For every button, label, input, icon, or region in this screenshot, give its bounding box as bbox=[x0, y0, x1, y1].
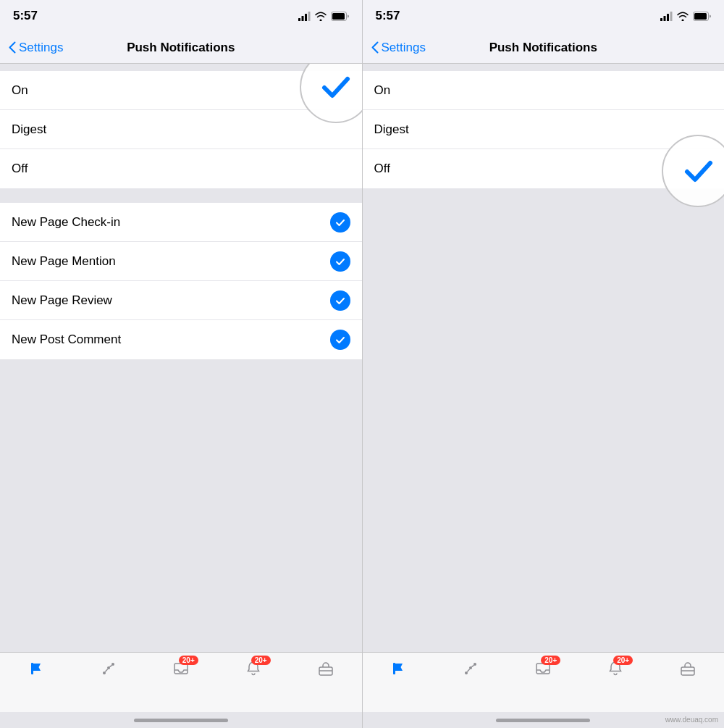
watermark: www.deuaq.com bbox=[665, 716, 718, 724]
notif-review-check bbox=[330, 290, 350, 311]
nav-bar-left: Settings Push Notifications bbox=[0, 32, 362, 64]
battery-icon-left bbox=[331, 12, 349, 21]
inbox-badge-left: 20+ bbox=[179, 656, 198, 665]
graph-icon-right bbox=[460, 658, 481, 679]
option-digest-right[interactable]: Digest bbox=[363, 110, 725, 149]
notif-checkin-label: New Page Check-in bbox=[12, 215, 330, 230]
bell-icon-left: 20+ bbox=[243, 658, 264, 679]
option-off-left[interactable]: Off bbox=[0, 149, 362, 188]
svg-line-10 bbox=[105, 669, 107, 672]
status-icons-right bbox=[660, 12, 711, 21]
svg-line-26 bbox=[472, 665, 474, 666]
svg-rect-15 bbox=[660, 18, 662, 21]
notif-comment-left[interactable]: New Post Comment bbox=[0, 320, 362, 359]
tab-flag-right[interactable] bbox=[363, 658, 435, 679]
inbox-icon-right: 20+ bbox=[533, 658, 553, 679]
notif-mention-check bbox=[330, 251, 350, 272]
tab-graph-left[interactable] bbox=[72, 658, 145, 679]
nav-title-left: Push Notifications bbox=[127, 41, 235, 55]
svg-point-7 bbox=[103, 671, 106, 674]
tab-inbox-right[interactable]: 20+ bbox=[507, 658, 579, 679]
svg-rect-16 bbox=[664, 16, 666, 21]
svg-rect-6 bbox=[31, 663, 33, 674]
notif-comment-label: New Post Comment bbox=[12, 332, 330, 347]
tab-bar-left: 20+ 20+ bbox=[0, 652, 362, 712]
flag-icon-right bbox=[388, 658, 408, 679]
option-off-right[interactable]: Off bbox=[363, 149, 725, 188]
content-right: On Digest Off bbox=[363, 64, 725, 652]
tab-inbox-left[interactable]: 20+ bbox=[145, 658, 217, 679]
tab-bell-left[interactable]: 20+ bbox=[217, 658, 290, 679]
svg-line-11 bbox=[109, 665, 111, 666]
signal-icon-left bbox=[298, 12, 311, 21]
frequency-section-right: On Digest Off bbox=[363, 71, 725, 188]
status-time-left: 5:57 bbox=[13, 9, 38, 23]
status-icons-left bbox=[298, 12, 349, 21]
status-time-right: 5:57 bbox=[376, 9, 400, 23]
signal-icon-right bbox=[660, 12, 673, 21]
svg-rect-21 bbox=[393, 663, 395, 674]
tab-flag-left[interactable] bbox=[0, 658, 72, 679]
bell-badge-left: 20+ bbox=[251, 656, 271, 665]
back-button-left[interactable]: Settings bbox=[9, 41, 63, 55]
frequency-section-left: On Digest Off bbox=[0, 71, 362, 188]
home-bar-right bbox=[496, 719, 590, 722]
svg-rect-17 bbox=[667, 14, 669, 21]
notif-mention-left[interactable]: New Page Mention bbox=[0, 242, 362, 281]
right-panel: 5:57 Settings bbox=[363, 0, 725, 728]
tab-toolbox-right[interactable] bbox=[652, 658, 724, 679]
svg-rect-0 bbox=[298, 18, 300, 21]
toolbox-icon-left bbox=[316, 658, 336, 679]
status-bar-right: 5:57 bbox=[363, 0, 725, 32]
option-on-right[interactable]: On bbox=[363, 71, 725, 110]
inbox-badge-right: 20+ bbox=[541, 656, 560, 665]
notif-review-label: New Page Review bbox=[12, 293, 330, 308]
back-button-right[interactable]: Settings bbox=[371, 41, 426, 55]
graph-icon-left bbox=[98, 658, 119, 679]
svg-rect-1 bbox=[301, 16, 303, 21]
home-indicator-left bbox=[0, 712, 362, 728]
notif-mention-label: New Page Mention bbox=[12, 254, 330, 269]
option-digest-left[interactable]: Digest bbox=[0, 110, 362, 149]
option-on-label-right: On bbox=[374, 83, 713, 98]
wifi-icon-left bbox=[315, 12, 327, 21]
svg-rect-5 bbox=[332, 13, 345, 20]
tab-bar-right: 20+ 20+ bbox=[363, 652, 725, 712]
bell-badge-right: 20+ bbox=[613, 656, 633, 665]
nav-bar-right: Settings Push Notifications bbox=[363, 32, 725, 64]
svg-rect-2 bbox=[305, 14, 307, 21]
left-panel: 5:57 bbox=[0, 0, 362, 728]
wifi-icon-right bbox=[677, 12, 689, 21]
option-digest-label-right: Digest bbox=[374, 122, 713, 137]
notif-comment-check bbox=[330, 330, 350, 350]
battery-icon-right bbox=[693, 12, 711, 21]
svg-rect-20 bbox=[694, 13, 707, 20]
option-digest-label-left: Digest bbox=[12, 122, 350, 137]
notif-review-left[interactable]: New Page Review bbox=[0, 281, 362, 320]
svg-rect-3 bbox=[308, 12, 310, 21]
option-on-left[interactable]: On bbox=[0, 71, 362, 110]
inbox-icon-left: 20+ bbox=[171, 658, 191, 679]
svg-point-22 bbox=[465, 671, 468, 674]
notification-section-left: New Page Check-in New Page Mention New P… bbox=[0, 203, 362, 359]
notif-checkin-check bbox=[330, 212, 350, 233]
toolbox-icon-right bbox=[678, 658, 698, 679]
status-bar-left: 5:57 bbox=[0, 0, 362, 32]
option-off-label-left: Off bbox=[12, 162, 350, 176]
content-left: On Digest Off New Page Check-in bbox=[0, 64, 362, 652]
tab-bell-right[interactable]: 20+ bbox=[579, 658, 652, 679]
bell-icon-right: 20+ bbox=[605, 658, 626, 679]
tab-graph-right[interactable] bbox=[434, 658, 507, 679]
tab-toolbox-left[interactable] bbox=[290, 658, 362, 679]
home-bar-left bbox=[134, 719, 228, 722]
nav-title-right: Push Notifications bbox=[489, 41, 597, 55]
svg-line-25 bbox=[468, 669, 470, 672]
flag-icon-left bbox=[26, 658, 46, 679]
large-checkmark-right bbox=[662, 135, 724, 207]
svg-rect-18 bbox=[670, 12, 673, 21]
notif-checkin-left[interactable]: New Page Check-in bbox=[0, 203, 362, 242]
